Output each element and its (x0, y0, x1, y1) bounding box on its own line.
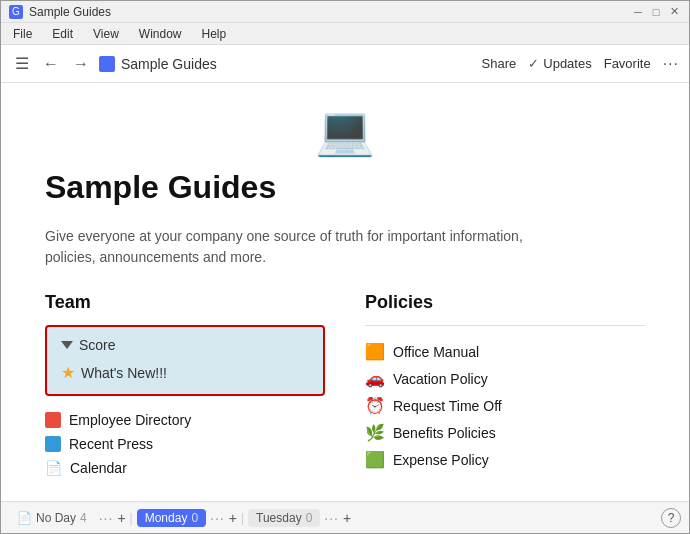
list-item-employee-directory[interactable]: Employee Directory (45, 408, 325, 432)
menu-view[interactable]: View (89, 25, 123, 43)
score-box: Score ★ What's New!!! (45, 325, 325, 396)
forward-button[interactable]: → (69, 53, 93, 75)
title-bar: G Sample Guides ─ □ ✕ (1, 1, 689, 23)
app-window: G Sample Guides ─ □ ✕ File Edit View Win… (0, 0, 690, 534)
office-manual-icon: 🟧 (365, 342, 385, 361)
content-area: 💻 Sample Guides Give everyone at your co… (1, 83, 689, 501)
vacation-policy-label: Vacation Policy (393, 371, 488, 387)
tab-bar: 📄 No Day 4 ··· + | Monday 0 ··· + | Tues… (1, 501, 689, 533)
tab-tuesday[interactable]: Tuesday 0 (248, 509, 320, 527)
star-icon: ★ (61, 363, 75, 382)
minimize-button[interactable]: ─ (631, 5, 645, 19)
favorite-button[interactable]: Favorite (604, 56, 651, 71)
page-description: Give everyone at your company one source… (45, 226, 545, 268)
list-item-vacation-policy[interactable]: 🚗 Vacation Policy (365, 365, 645, 392)
tab-plus-2[interactable]: + (229, 510, 237, 526)
close-button[interactable]: ✕ (667, 5, 681, 19)
team-column: Team Score ★ What's New!!! (45, 292, 325, 501)
check-icon: ✓ (528, 56, 539, 71)
title-bar-left: G Sample Guides (9, 5, 111, 19)
policies-column: Policies 🟧 Office Manual 🚗 Vacation Poli… (365, 292, 645, 501)
list-item-benefits-policies[interactable]: 🌿 Benefits Policies (365, 419, 645, 446)
page-title: Sample Guides (45, 169, 645, 206)
help-button[interactable]: ? (661, 508, 681, 528)
window-controls: ─ □ ✕ (631, 5, 681, 19)
tab-plus-3[interactable]: + (343, 510, 351, 526)
employee-directory-label: Employee Directory (69, 412, 191, 428)
window-title: Sample Guides (29, 5, 111, 19)
tab-divider-1: | (130, 511, 133, 525)
hamburger-button[interactable]: ☰ (11, 52, 33, 75)
whats-new-item[interactable]: ★ What's New!!! (61, 361, 309, 384)
tab-tuesday-count: 0 (306, 511, 313, 525)
toolbar: ☰ ← → Sample Guides Share ✓ Updates Favo… (1, 45, 689, 83)
benefits-policies-label: Benefits Policies (393, 425, 496, 441)
employee-directory-icon (45, 412, 61, 428)
tab-tuesday-label: Tuesday (256, 511, 302, 525)
tab-plus-1[interactable]: + (117, 510, 125, 526)
tab-dots-3[interactable]: ··· (324, 510, 339, 526)
list-item-request-time-off[interactable]: ⏰ Request Time Off (365, 392, 645, 419)
expense-policy-icon: 🟩 (365, 450, 385, 469)
menu-bar: File Edit View Window Help (1, 23, 689, 45)
tab-monday-label: Monday (145, 511, 188, 525)
tab-dots-1[interactable]: ··· (99, 510, 114, 526)
back-button[interactable]: ← (39, 53, 63, 75)
vacation-policy-icon: 🚗 (365, 369, 385, 388)
list-item-expense-policy[interactable]: 🟩 Expense Policy (365, 446, 645, 473)
score-header[interactable]: Score (61, 337, 309, 353)
tab-no-day-count: 4 (80, 511, 87, 525)
updates-button[interactable]: ✓ Updates (528, 56, 591, 71)
no-day-icon: 📄 (17, 511, 32, 525)
toolbar-page-title: Sample Guides (121, 56, 217, 72)
tab-monday[interactable]: Monday 0 (137, 509, 206, 527)
tab-monday-count: 0 (191, 511, 198, 525)
expense-policy-label: Expense Policy (393, 452, 489, 468)
team-section-title: Team (45, 292, 325, 313)
more-button[interactable]: ··· (663, 55, 679, 73)
tab-dots-2[interactable]: ··· (210, 510, 225, 526)
recent-press-label: Recent Press (69, 436, 153, 452)
request-time-off-icon: ⏰ (365, 396, 385, 415)
toolbar-title-area: Sample Guides (99, 56, 217, 72)
menu-window[interactable]: Window (135, 25, 186, 43)
maximize-button[interactable]: □ (649, 5, 663, 19)
share-button[interactable]: Share (482, 56, 517, 71)
menu-help[interactable]: Help (198, 25, 231, 43)
triangle-down-icon (61, 341, 73, 349)
tab-no-day[interactable]: 📄 No Day 4 (9, 509, 95, 527)
list-item-office-manual[interactable]: 🟧 Office Manual (365, 338, 645, 365)
two-col-layout: Team Score ★ What's New!!! (45, 292, 645, 501)
calendar-label: Calendar (70, 460, 127, 476)
score-label: Score (79, 337, 116, 353)
menu-file[interactable]: File (9, 25, 36, 43)
recent-press-icon (45, 436, 61, 452)
whats-new-label: What's New!!! (81, 365, 167, 381)
office-manual-label: Office Manual (393, 344, 479, 360)
list-item-recent-press[interactable]: Recent Press (45, 432, 325, 456)
request-time-off-label: Request Time Off (393, 398, 502, 414)
page-content: 💻 Sample Guides Give everyone at your co… (5, 83, 685, 501)
benefits-policies-icon: 🌿 (365, 423, 385, 442)
toolbar-left: ☰ ← → Sample Guides (11, 52, 217, 75)
app-icon: G (9, 5, 23, 19)
policies-section-title: Policies (365, 292, 645, 313)
tab-divider-2: | (241, 511, 244, 525)
list-item-calendar[interactable]: 📄 Calendar (45, 456, 325, 480)
policies-separator (365, 325, 645, 326)
toolbar-right: Share ✓ Updates Favorite ··· (482, 55, 679, 73)
page-icon (99, 56, 115, 72)
tab-no-day-label: No Day (36, 511, 76, 525)
page-computer-icon: 💻 (45, 103, 645, 159)
menu-edit[interactable]: Edit (48, 25, 77, 43)
calendar-icon: 📄 (45, 460, 62, 476)
